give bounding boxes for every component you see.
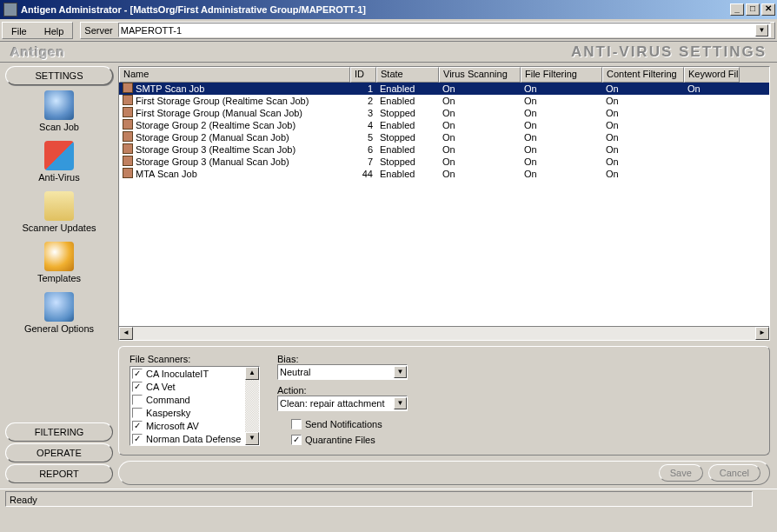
send-notifications-checkbox[interactable] [291,419,302,429]
scroll-track[interactable] [245,380,259,432]
bias-dropdown-button[interactable]: ▼ [394,366,407,378]
cell-id: 6 [350,143,376,156]
menu-file[interactable]: File [3,23,36,38]
server-dropdown-button[interactable]: ▼ [755,24,768,37]
sidebar: SETTINGS Scan Job Anti-Virus Scanner Upd… [0,63,118,489]
cell-keyword-filtering [684,131,740,143]
column-virus-scanning[interactable]: Virus Scanning [439,67,521,83]
server-combo[interactable]: MAPEROTT-1 ▼ [118,23,771,37]
scanner-checkbox[interactable] [132,395,143,405]
sidebar-item-anti-virus[interactable]: Anti-Virus [38,141,79,183]
cancel-button[interactable]: Cancel [708,464,760,482]
sidebar-item-label: Scan Job [39,122,79,132]
minimize-button[interactable]: _ [730,3,744,16]
cell-state: Enabled [376,119,439,131]
sidebar-section-report[interactable]: REPORT [5,464,113,483]
bias-combo[interactable]: Neutral ▼ [277,364,408,380]
maximize-button[interactable]: □ [746,3,760,16]
scroll-up-button[interactable]: ▲ [245,367,259,380]
scanner-checkbox[interactable]: ✓ [132,369,143,379]
button-bar: Save Cancel [118,461,770,485]
table-row[interactable]: SMTP Scan Job1EnabledOnOnOnOn [119,83,769,95]
cell-content-filtering: On [602,143,684,156]
server-label: Server [84,25,112,36]
cell-state: Enabled [376,83,439,95]
menu-help[interactable]: Help [36,23,73,38]
listbox-scrollbar[interactable]: ▲ ▼ [245,367,259,445]
anti-virus-icon [44,141,74,170]
quarantine-files-checkbox[interactable]: ✓ [291,435,302,445]
cell-virus-scanning: On [439,131,521,143]
cell-file-filtering: On [521,119,602,131]
table-row[interactable]: Storage Group 2 (Manual Scan Job)5Stoppe… [119,131,769,143]
scanner-checkbox[interactable]: ✓ [132,382,143,392]
cell-file-filtering: On [521,131,602,143]
sidebar-item-general-options[interactable]: General Options [24,292,94,334]
horizontal-scrollbar[interactable]: ◄ ► [119,326,769,340]
table-row[interactable]: Storage Group 3 (Realtime Scan Job)6Enab… [119,143,769,156]
list-item[interactable]: ✓Norman Data Defense [130,432,245,445]
brand-name: Antigen [10,44,65,59]
sidebar-item-templates[interactable]: Templates [37,242,81,283]
column-name[interactable]: Name [119,67,350,83]
column-file-filtering[interactable]: File Filtering [521,67,602,83]
sidebar-section-filtering[interactable]: FILTERING [5,422,113,442]
send-notifications-label: Send Notifications [305,419,382,429]
sidebar-section-settings[interactable]: SETTINGS [5,66,113,85]
save-button[interactable]: Save [659,464,703,482]
scanner-label: CA Vet [146,382,176,392]
job-icon [123,95,133,105]
scroll-track[interactable] [133,327,755,340]
sidebar-item-scanner-updates[interactable]: Scanner Updates [23,191,96,233]
table-row[interactable]: First Storage Group (Manual Scan Job)3St… [119,107,769,119]
cell-state: Enabled [376,95,439,107]
cell-virus-scanning: On [439,119,521,131]
list-item[interactable]: ✓Microsoft AV [130,419,245,432]
list-item[interactable]: Command [130,393,245,406]
job-icon [123,107,133,117]
quarantine-files-label: Quarantine Files [305,435,375,445]
bias-value: Neutral [280,367,394,377]
cell-name: Storage Group 2 (Manual Scan Job) [119,131,350,143]
close-button[interactable]: ✕ [761,3,775,16]
cell-id: 7 [350,156,376,168]
cell-content-filtering: On [602,83,684,95]
scanner-label: Microsoft AV [146,421,199,431]
column-content-filtering[interactable]: Content Filtering [602,67,684,83]
table-row[interactable]: Storage Group 3 (Manual Scan Job)7Stoppe… [119,156,769,168]
cell-file-filtering: On [521,107,602,119]
app-icon [3,3,17,17]
job-icon [123,156,133,166]
cell-name: SMTP Scan Job [119,83,350,95]
table-row[interactable]: MTA Scan Job44EnabledOnOnOn [119,168,769,180]
action-dropdown-button[interactable]: ▼ [394,397,407,409]
column-keyword-filtering[interactable]: Keyword Fil [684,67,740,83]
table-row[interactable]: Storage Group 2 (Realtime Scan Job)4Enab… [119,119,769,131]
cell-id: 44 [350,168,376,180]
action-value: Clean: repair attachment [280,398,394,409]
sidebar-item-label: Scanner Updates [23,223,96,233]
column-id[interactable]: ID [350,67,376,83]
table-row[interactable]: First Storage Group (Realtime Scan Job)2… [119,95,769,107]
sidebar-item-scan-job[interactable]: Scan Job [39,90,79,132]
action-combo[interactable]: Clean: repair attachment ▼ [277,396,408,411]
cell-virus-scanning: On [439,168,521,180]
cell-content-filtering: On [602,107,684,119]
sidebar-section-operate[interactable]: OPERATE [5,443,113,462]
list-item[interactable]: ✓CA InoculateIT [130,367,245,380]
scanner-checkbox[interactable] [132,408,143,418]
list-item[interactable]: ✓CA Vet [130,380,245,393]
scroll-down-button[interactable]: ▼ [245,432,259,445]
scanner-checkbox[interactable]: ✓ [132,434,143,444]
cell-content-filtering: On [602,119,684,131]
cell-keyword-filtering [684,156,740,168]
file-scanners-listbox[interactable]: ✓CA InoculateIT✓CA VetCommandKaspersky✓M… [130,366,260,446]
list-item[interactable]: Kaspersky [130,406,245,419]
column-state[interactable]: State [376,67,439,83]
scroll-right-button[interactable]: ► [755,327,769,340]
scanner-checkbox[interactable]: ✓ [132,421,143,431]
scroll-left-button[interactable]: ◄ [119,327,133,340]
job-icon [123,131,133,142]
table-header-row: Name ID State Virus Scanning File Filter… [119,67,769,83]
sidebar-item-label: Templates [37,273,81,283]
